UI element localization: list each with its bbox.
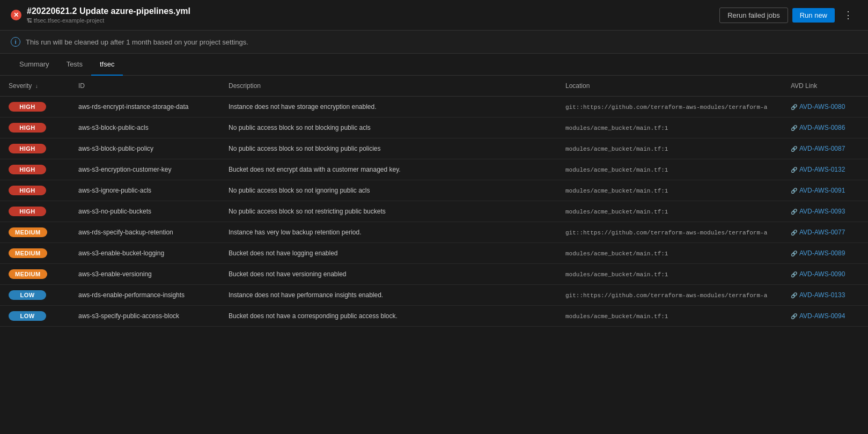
col-header-avd: AVD Link bbox=[782, 76, 868, 97]
tab-summary[interactable]: Summary bbox=[11, 54, 58, 76]
cell-id-0: aws-rds-encrypt-instance-storage-data bbox=[70, 97, 220, 117]
col-header-severity[interactable]: Severity ↓ bbox=[0, 76, 70, 97]
cell-id-2: aws-s3-block-public-policy bbox=[70, 138, 220, 159]
table-body: HIGH aws-rds-encrypt-instance-storage-da… bbox=[0, 97, 868, 327]
cell-avd-2[interactable]: 🔗 AVD-AWS-0087 bbox=[782, 138, 868, 159]
cell-id-10: aws-s3-specify-public-access-block bbox=[70, 306, 220, 327]
cell-severity-3: HIGH bbox=[0, 159, 70, 180]
cell-description-3: Bucket does not encrypt data with a cust… bbox=[220, 159, 557, 180]
cell-severity-4: HIGH bbox=[0, 180, 70, 201]
cell-severity-2: HIGH bbox=[0, 138, 70, 159]
cell-description-0: Instance does not have storage encryptio… bbox=[220, 97, 557, 117]
severity-badge-4: HIGH bbox=[9, 186, 46, 195]
cell-location-10: modules/acme_bucket/main.tf:1 bbox=[557, 306, 782, 327]
cell-location-2: modules/acme_bucket/main.tf:1 bbox=[557, 138, 782, 159]
cell-description-2: No public access block so not blocking p… bbox=[220, 138, 557, 159]
results-table-container: Severity ↓ ID Description Location AVD L… bbox=[0, 76, 868, 327]
location-text-1: modules/acme_bucket/main.tf:1 bbox=[565, 125, 668, 131]
avd-link-4[interactable]: 🔗 AVD-AWS-0091 bbox=[791, 187, 859, 194]
location-text-0: git::https://github.com/terraform-aws-mo… bbox=[565, 104, 767, 111]
rerun-failed-jobs-button[interactable]: Rerun failed jobs bbox=[719, 8, 788, 23]
sort-arrow-severity: ↓ bbox=[35, 83, 38, 89]
cell-location-9: git::https://github.com/terraform-aws-mo… bbox=[557, 285, 782, 306]
tabs-bar: Summary Tests tfsec bbox=[0, 54, 868, 76]
external-link-icon-1: 🔗 bbox=[791, 125, 797, 131]
external-link-icon-10: 🔗 bbox=[791, 313, 797, 319]
cell-avd-6[interactable]: 🔗 AVD-AWS-0077 bbox=[782, 222, 868, 243]
tab-tests[interactable]: Tests bbox=[58, 54, 91, 76]
cell-avd-10[interactable]: 🔗 AVD-AWS-0094 bbox=[782, 306, 868, 327]
table-row: LOW aws-s3-specify-public-access-block B… bbox=[0, 306, 868, 327]
location-text-5: modules/acme_bucket/main.tf:1 bbox=[565, 209, 668, 215]
table-row: HIGH aws-s3-block-public-acls No public … bbox=[0, 117, 868, 138]
avd-link-2[interactable]: 🔗 AVD-AWS-0087 bbox=[791, 145, 859, 152]
severity-badge-0: HIGH bbox=[9, 102, 46, 112]
avd-link-7[interactable]: 🔗 AVD-AWS-0089 bbox=[791, 249, 859, 257]
cell-severity-10: LOW bbox=[0, 306, 70, 327]
cell-severity-5: HIGH bbox=[0, 201, 70, 222]
location-text-4: modules/acme_bucket/main.tf:1 bbox=[565, 188, 668, 194]
banner-message: This run will be cleaned up after 1 mont… bbox=[26, 38, 248, 46]
table-row: HIGH aws-s3-no-public-buckets No public … bbox=[0, 201, 868, 222]
cell-avd-4[interactable]: 🔗 AVD-AWS-0091 bbox=[782, 180, 868, 201]
severity-badge-2: HIGH bbox=[9, 144, 46, 153]
cell-location-4: modules/acme_bucket/main.tf:1 bbox=[557, 180, 782, 201]
run-new-button[interactable]: Run new bbox=[792, 8, 835, 23]
table-header-row: Severity ↓ ID Description Location AVD L… bbox=[0, 76, 868, 97]
cell-severity-9: LOW bbox=[0, 285, 70, 306]
external-link-icon-3: 🔗 bbox=[791, 167, 797, 173]
header-actions: Rerun failed jobs Run new ⋮ bbox=[719, 7, 857, 23]
external-link-icon-9: 🔗 bbox=[791, 292, 797, 298]
avd-link-1[interactable]: 🔗 AVD-AWS-0086 bbox=[791, 124, 859, 131]
severity-badge-8: MEDIUM bbox=[9, 269, 47, 279]
location-text-6: git::https://github.com/terraform-aws-mo… bbox=[565, 230, 767, 236]
external-link-icon-5: 🔗 bbox=[791, 209, 797, 215]
cell-location-3: modules/acme_bucket/main.tf:1 bbox=[557, 159, 782, 180]
cell-description-6: Instance has very low backup retention p… bbox=[220, 222, 557, 243]
external-link-icon-4: 🔗 bbox=[791, 188, 797, 194]
avd-link-6[interactable]: 🔗 AVD-AWS-0077 bbox=[791, 229, 859, 236]
avd-link-8[interactable]: 🔗 AVD-AWS-0090 bbox=[791, 270, 859, 278]
cell-avd-0[interactable]: 🔗 AVD-AWS-0080 bbox=[782, 97, 868, 117]
more-options-button[interactable]: ⋮ bbox=[839, 7, 857, 23]
cell-description-9: Instance does not have performance insig… bbox=[220, 285, 557, 306]
cell-id-3: aws-s3-encryption-customer-key bbox=[70, 159, 220, 180]
avd-link-3[interactable]: 🔗 AVD-AWS-0132 bbox=[791, 166, 859, 173]
cell-severity-6: MEDIUM bbox=[0, 222, 70, 243]
cell-location-6: git::https://github.com/terraform-aws-mo… bbox=[557, 222, 782, 243]
external-link-icon-7: 🔗 bbox=[791, 251, 797, 256]
cell-avd-1[interactable]: 🔗 AVD-AWS-0086 bbox=[782, 117, 868, 138]
cell-severity-1: HIGH bbox=[0, 117, 70, 138]
avd-link-0[interactable]: 🔗 AVD-AWS-0080 bbox=[791, 103, 859, 111]
location-text-8: modules/acme_bucket/main.tf:1 bbox=[565, 271, 668, 278]
cell-avd-7[interactable]: 🔗 AVD-AWS-0089 bbox=[782, 243, 868, 264]
close-icon[interactable]: ✕ bbox=[11, 10, 21, 20]
avd-link-10[interactable]: 🔗 AVD-AWS-0094 bbox=[791, 312, 859, 320]
cell-severity-7: MEDIUM bbox=[0, 243, 70, 264]
page-title: #20220621.2 Update azure-pipelines.yml bbox=[27, 6, 190, 16]
severity-badge-6: MEDIUM bbox=[9, 227, 47, 237]
table-row: HIGH aws-rds-encrypt-instance-storage-da… bbox=[0, 97, 868, 117]
info-banner: i This run will be cleaned up after 1 mo… bbox=[0, 31, 868, 54]
table-row: HIGH aws-s3-ignore-public-acls No public… bbox=[0, 180, 868, 201]
tab-tfsec[interactable]: tfsec bbox=[91, 54, 123, 76]
header-subtitle: tfsec.tfsec-example-project bbox=[27, 17, 190, 24]
cell-avd-8[interactable]: 🔗 AVD-AWS-0090 bbox=[782, 264, 868, 285]
cell-id-5: aws-s3-no-public-buckets bbox=[70, 201, 220, 222]
cell-severity-8: MEDIUM bbox=[0, 264, 70, 285]
cell-severity-0: HIGH bbox=[0, 97, 70, 117]
cell-location-7: modules/acme_bucket/main.tf:1 bbox=[557, 243, 782, 264]
col-header-description: Description bbox=[220, 76, 557, 97]
cell-avd-9[interactable]: 🔗 AVD-AWS-0133 bbox=[782, 285, 868, 306]
location-text-2: modules/acme_bucket/main.tf:1 bbox=[565, 146, 668, 152]
col-header-id[interactable]: ID bbox=[70, 76, 220, 97]
header: ✕ #20220621.2 Update azure-pipelines.yml… bbox=[0, 0, 868, 31]
cell-avd-3[interactable]: 🔗 AVD-AWS-0132 bbox=[782, 159, 868, 180]
location-text-7: modules/acme_bucket/main.tf:1 bbox=[565, 251, 668, 257]
avd-link-5[interactable]: 🔗 AVD-AWS-0093 bbox=[791, 208, 859, 215]
cell-location-1: modules/acme_bucket/main.tf:1 bbox=[557, 117, 782, 138]
cell-id-8: aws-s3-enable-versioning bbox=[70, 264, 220, 285]
avd-link-9[interactable]: 🔗 AVD-AWS-0133 bbox=[791, 291, 859, 299]
severity-badge-9: LOW bbox=[9, 290, 46, 300]
cell-avd-5[interactable]: 🔗 AVD-AWS-0093 bbox=[782, 201, 868, 222]
